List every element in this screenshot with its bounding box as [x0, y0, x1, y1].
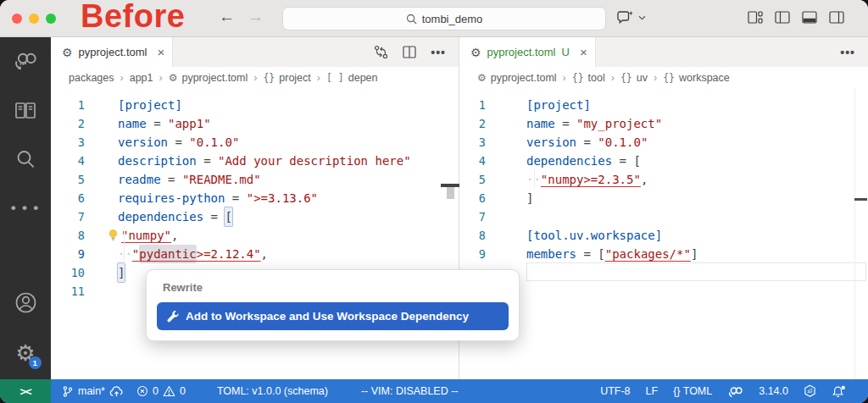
line-number: 5: [459, 170, 486, 189]
line-content: [project]: [118, 96, 182, 114]
more-actions-icon[interactable]: •••: [431, 46, 446, 59]
indent-guide: [124, 225, 125, 281]
toggle-panel-icon[interactable]: [802, 11, 817, 24]
close-tab-icon[interactable]: ×: [580, 45, 587, 59]
customize-layout-icon[interactable]: [748, 11, 763, 24]
minimize-window-button[interactable]: [29, 14, 39, 24]
line-number: 7: [51, 207, 85, 226]
tab-bar-right: ⚙ pyproject.toml U × •••: [459, 37, 868, 67]
book-icon[interactable]: [14, 97, 36, 123]
encoding-indicator[interactable]: UTF-8: [600, 385, 630, 397]
notifications-bell[interactable]: [832, 385, 846, 398]
line-number: 5: [51, 170, 85, 189]
toggle-secondary-sidebar-icon[interactable]: [829, 11, 844, 24]
braces-icon: {}: [663, 72, 675, 84]
hexagon-badge-icon[interactable]: 42: [804, 384, 816, 398]
code-line[interactable]: 9··"pydantic>=2.12.4",: [51, 245, 459, 263]
navigate-back-button[interactable]: ←: [219, 8, 235, 26]
line-number: 4: [459, 152, 486, 170]
code-line[interactable]: 6requires-python = ">=3.13.6": [51, 189, 459, 207]
problems-indicator[interactable]: 00: [136, 385, 186, 397]
remote-indicator[interactable]: ><: [0, 379, 51, 403]
code-line[interactable]: 1[project]: [459, 96, 868, 114]
breadcrumb-item[interactable]: {}tool: [572, 72, 605, 84]
status-label: 3.14.0: [759, 385, 788, 397]
breadcrumb-item[interactable]: ⚙pyproject.toml: [169, 72, 248, 84]
toml-file-icon: ⚙: [62, 46, 73, 59]
breadcrumb-item[interactable]: packages: [69, 72, 114, 84]
open-changes-icon[interactable]: [374, 45, 388, 59]
search-sidebar-icon[interactable]: [15, 146, 36, 172]
breadcrumb-item[interactable]: app1: [130, 72, 153, 84]
command-center-search[interactable]: tombi_demo: [282, 7, 606, 30]
column-ruler: [854, 89, 855, 379]
tab-pyproject-toml-left[interactable]: ⚙ pyproject.toml ×: [51, 37, 173, 67]
vim-mode-indicator[interactable]: -- VIM: DISABLED --: [361, 385, 459, 397]
code-line[interactable]: 5readme = "README.md": [51, 170, 459, 189]
code-line[interactable]: 4dependencies = [: [459, 152, 868, 170]
line-content: requires-python = ">=3.13.6": [118, 189, 318, 207]
code-action-popup: Rewrite Add to Workspace and Use Workspa…: [146, 269, 520, 341]
code-token: =: [147, 114, 168, 133]
line-content: version = "0.1.0": [526, 133, 648, 152]
close-window-button[interactable]: [12, 14, 22, 24]
code-line[interactable]: 3version = "0.1.0": [51, 133, 459, 152]
code-line[interactable]: 7dependencies = [: [51, 207, 459, 226]
code-token: "app1": [168, 114, 211, 133]
line-content: [tool.uv.workspace]: [526, 226, 662, 245]
line-number: 7: [459, 207, 486, 226]
eol-indicator[interactable]: LF: [646, 385, 659, 397]
code-token: [tool.uv.workspace]: [526, 226, 662, 245]
python-version-indicator[interactable]: 3.14.0: [759, 385, 788, 397]
indent-guide: [534, 169, 535, 188]
breadcrumb-item[interactable]: ⚙pyproject.toml: [477, 72, 557, 84]
breadcrumb-item[interactable]: [ ]depen: [326, 72, 378, 84]
toml-version-indicator[interactable]: TOML: v1.0.0 (schema): [217, 385, 328, 397]
account-icon[interactable]: [14, 290, 37, 315]
branch-indicator[interactable]: main*: [62, 385, 124, 398]
more-views-icon[interactable]: • • •: [11, 196, 41, 221]
code-line[interactable]: 4description = "Add your description her…: [51, 152, 459, 170]
code-line[interactable]: 5··"numpy>=2.3.5",: [459, 170, 868, 189]
code-line[interactable]: 8"numpy",: [51, 226, 459, 245]
code-line[interactable]: 7: [459, 207, 868, 226]
tab-pyproject-toml-right[interactable]: ⚙ pyproject.toml U ×: [459, 37, 596, 67]
code-line[interactable]: 3version = "0.1.0": [459, 133, 868, 152]
status-bar: >< main*00TOML: v1.0.0 (schema)-- VIM: D…: [0, 379, 868, 403]
cloud-upload-icon: [109, 385, 124, 397]
breadcrumb-separator: ›: [120, 72, 124, 84]
navigate-forward-button[interactable]: →: [248, 8, 264, 26]
split-editor-icon[interactable]: [403, 46, 416, 58]
bell-icon: [832, 385, 846, 398]
add-to-workspace-action[interactable]: Add to Workspace and Use Workspace Depen…: [157, 302, 509, 330]
line-content: name = "my_project": [526, 114, 662, 133]
breadcrumb-item[interactable]: {}project: [263, 72, 310, 84]
copilot-chat-button[interactable]: [616, 10, 646, 25]
code-line[interactable]: 2name = "my_project": [459, 114, 868, 133]
editor-right[interactable]: 1[project]2name = "my_project"3version =…: [459, 89, 868, 379]
language-mode-indicator[interactable]: {} TOML: [673, 385, 712, 397]
code-line[interactable]: 2name = "app1": [51, 114, 459, 133]
line-number: 2: [51, 114, 85, 133]
search-value: tombi_demo: [422, 13, 483, 25]
gear-icon: ⚙: [477, 72, 487, 84]
more-actions-icon[interactable]: •••: [840, 46, 855, 59]
tombi-status-icon[interactable]: [727, 385, 743, 398]
line-number: 6: [459, 189, 486, 207]
toggle-primary-sidebar-icon[interactable]: [775, 11, 790, 24]
breadcrumb-separator: ›: [563, 72, 566, 84]
settings-gear-icon[interactable]: ⚙ 1: [15, 340, 35, 366]
breadcrumb-item[interactable]: {}workspace: [663, 72, 730, 84]
line-content: members = ["packages/*"]: [526, 245, 698, 263]
maximize-window-button[interactable]: [46, 14, 56, 24]
tombi-extension-icon[interactable]: [13, 48, 38, 74]
activity-bar: • • • ⚙ 1: [0, 37, 51, 379]
code-line[interactable]: 8[tool.uv.workspace]: [459, 226, 868, 245]
close-tab-icon[interactable]: ×: [157, 45, 164, 59]
code-token: ]: [691, 245, 698, 263]
lightbulb-icon[interactable]: [108, 229, 120, 242]
code-line[interactable]: 1[project]: [51, 96, 459, 114]
code-line[interactable]: 9members = ["packages/*"]: [459, 245, 868, 263]
code-line[interactable]: 6]: [459, 189, 868, 207]
breadcrumb-item[interactable]: {}uv: [620, 72, 648, 84]
